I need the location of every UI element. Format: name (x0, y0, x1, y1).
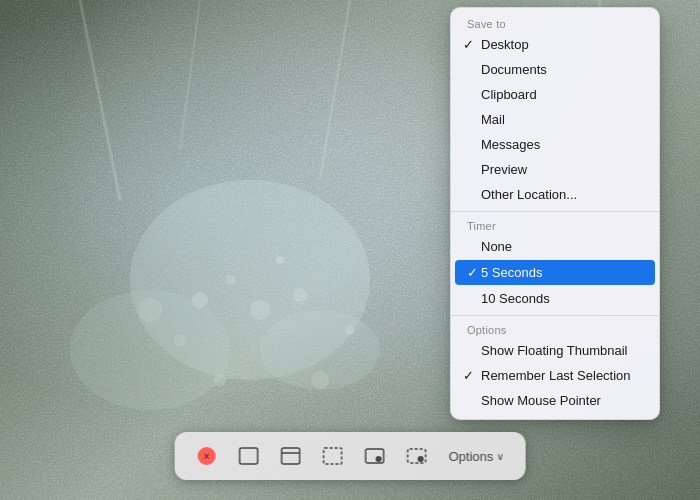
options-label: Options (449, 449, 494, 464)
window-capture-button[interactable] (275, 440, 307, 472)
svg-rect-19 (240, 448, 258, 464)
selection-capture-button[interactable] (317, 440, 349, 472)
svg-point-24 (376, 456, 382, 462)
save-to-header: Save to (451, 14, 659, 32)
menu-item-remember-selection[interactable]: Remember Last Selection (451, 363, 659, 388)
menu-item-mail[interactable]: Mail (451, 107, 659, 132)
svg-point-18 (214, 374, 226, 386)
menu-item-none[interactable]: None (451, 234, 659, 259)
screen-record-button[interactable] (401, 440, 433, 472)
fullscreen-capture-button[interactable] (233, 440, 265, 472)
options-button[interactable]: Options ∨ (443, 445, 510, 468)
svg-point-26 (418, 456, 424, 462)
svg-point-11 (250, 300, 270, 320)
fullscreen-icon (238, 445, 260, 467)
timer-header: Timer (451, 216, 659, 234)
screenshot-button[interactable] (359, 440, 391, 472)
svg-point-9 (192, 292, 208, 308)
svg-point-13 (293, 288, 307, 302)
selection-icon (322, 445, 344, 467)
close-icon: × (198, 447, 216, 465)
svg-point-14 (138, 298, 162, 322)
svg-point-12 (174, 334, 186, 346)
menu-item-5-seconds[interactable]: 5 Seconds (455, 260, 655, 285)
svg-point-15 (345, 325, 355, 335)
separator-1 (451, 211, 659, 212)
svg-rect-20 (282, 448, 300, 464)
menu-item-clipboard[interactable]: Clipboard (451, 82, 659, 107)
menu-item-desktop[interactable]: Desktop (451, 32, 659, 57)
svg-point-16 (276, 256, 284, 264)
close-button[interactable]: × (191, 440, 223, 472)
toolbar: × Options ∨ (175, 432, 526, 480)
svg-point-10 (225, 275, 235, 285)
separator-2 (451, 315, 659, 316)
options-header: Options (451, 320, 659, 338)
context-menu: Save to Desktop Documents Clipboard Mail… (450, 7, 660, 420)
menu-item-other-location[interactable]: Other Location... (451, 182, 659, 207)
menu-item-documents[interactable]: Documents (451, 57, 659, 82)
svg-point-17 (311, 371, 329, 389)
svg-rect-22 (324, 448, 342, 464)
screenshot-icon (364, 445, 386, 467)
record-icon (406, 445, 428, 467)
menu-item-messages[interactable]: Messages (451, 132, 659, 157)
window-icon (280, 445, 302, 467)
menu-item-preview[interactable]: Preview (451, 157, 659, 182)
menu-item-floating-thumbnail[interactable]: Show Floating Thumbnail (451, 338, 659, 363)
menu-item-show-mouse-pointer[interactable]: Show Mouse Pointer (451, 388, 659, 413)
menu-item-10-seconds[interactable]: 10 Seconds (451, 286, 659, 311)
chevron-down-icon: ∨ (496, 451, 503, 462)
